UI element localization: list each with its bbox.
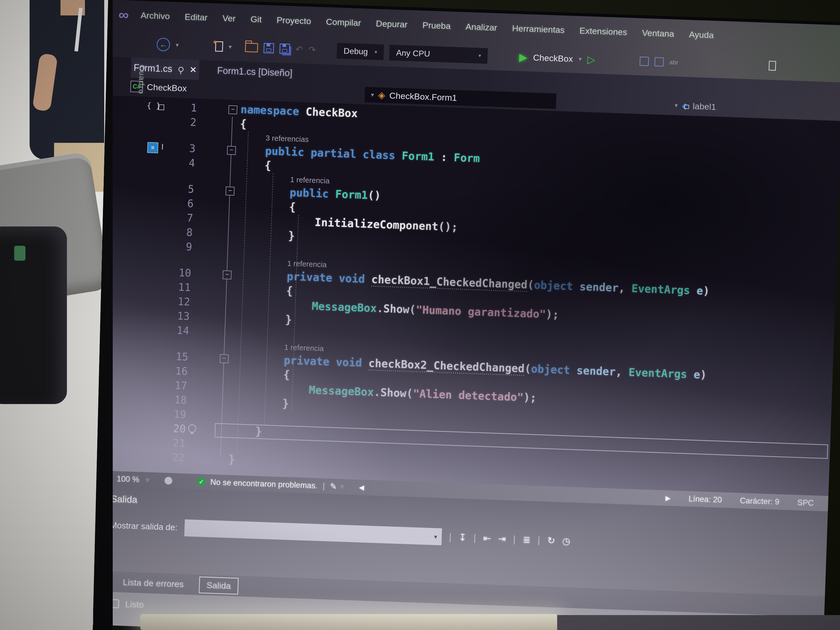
lightbulb-icon[interactable] (188, 424, 196, 433)
new-file-icon[interactable]: ✦ (215, 41, 223, 52)
member-caret-icon: ▾ (674, 102, 678, 109)
line-number: 9 (162, 240, 192, 253)
fold-collapse-icon[interactable]: − (223, 270, 232, 279)
start-without-debug-icon[interactable]: ▷ (587, 54, 595, 66)
status-message: Listo (125, 599, 144, 609)
fold-collapse-icon[interactable]: − (226, 186, 234, 196)
platform-caret-icon: ▾ (478, 52, 481, 59)
menu-item-herramientas[interactable]: Herramientas (512, 23, 565, 35)
run-target-label[interactable]: CheckBox (533, 52, 573, 64)
menu-item-prueba[interactable]: Prueba (422, 20, 451, 31)
editor-tab[interactable]: Form1.cs [Diseño] (215, 60, 295, 84)
line-number: 4 (165, 156, 195, 169)
output-source-dropdown[interactable]: ▾ (184, 519, 442, 545)
save-all-icon[interactable] (279, 44, 290, 54)
backpack-patch (14, 246, 25, 261)
menu-item-editar[interactable]: Editar (185, 11, 208, 22)
close-icon[interactable]: ✕ (189, 65, 197, 75)
panel-tab-lista-de-errores[interactable]: Lista de errores (116, 574, 191, 592)
menu-item-ayuda[interactable]: Ayuda (689, 29, 714, 40)
platform-dropdown[interactable]: Any CPU ▾ (389, 44, 488, 63)
clock-icon[interactable]: ◷ (562, 535, 570, 546)
class-caret-icon: ▾ (371, 91, 374, 98)
panel-tab-salida[interactable]: Salida (199, 576, 239, 594)
divider: | (449, 532, 452, 543)
fold-collapse-icon[interactable]: − (220, 354, 229, 363)
codelens-references[interactable]: 1 referencia (287, 259, 327, 269)
redo-icon[interactable]: ↷ (308, 44, 316, 55)
menu-item-git[interactable]: Git (250, 14, 262, 24)
zoom-caret-icon[interactable]: ▾ (146, 476, 149, 483)
line-number: 6 (164, 197, 194, 210)
line-number: 11 (161, 281, 191, 294)
save-icon[interactable] (264, 43, 274, 54)
word-wrap-icon[interactable]: ≣ (523, 534, 531, 545)
code-text: { (265, 159, 272, 172)
line-number: 17 (158, 379, 188, 392)
member-dropdown[interactable]: ▾ ◆ label1 (674, 98, 717, 115)
code-text: { (289, 201, 296, 213)
member-name: label1 (693, 101, 716, 112)
collapse-left-icon[interactable]: ◀ (359, 483, 364, 491)
menu-item-analizar[interactable]: Analizar (465, 21, 497, 32)
toolbar-extra-icon-2[interactable] (654, 57, 664, 67)
line-number: 20 (156, 422, 186, 435)
indent-icon[interactable]: ⇥ (498, 534, 506, 545)
fold-collapse-icon[interactable]: − (227, 146, 236, 155)
lock-icon (684, 105, 689, 109)
toolbar-extra-icon-1[interactable] (639, 57, 649, 66)
run-target-caret-icon[interactable]: ▾ (578, 55, 582, 63)
show-output-label: Mostrar salida de: (110, 520, 178, 532)
code-editor[interactable]: 1{ }−namespace CheckBox2{3 referencias3≡… (95, 95, 840, 496)
open-folder-icon[interactable] (245, 43, 258, 52)
clear-output-icon[interactable]: ↻ (547, 535, 555, 546)
codelens-references[interactable]: 1 referencia (284, 343, 324, 353)
line-number: 22 (155, 451, 185, 464)
goto-end-icon[interactable]: ↧ (458, 532, 467, 543)
member-icon: ◆ (682, 100, 689, 111)
visual-studio-logo-icon: ∞ (118, 6, 129, 23)
line-number: 3 (166, 142, 196, 155)
laptop-screen: ∞ ArchivoEditarVerGitProyectoCompilarDep… (90, 0, 840, 630)
line-number: 12 (160, 295, 190, 308)
menu-item-depurar[interactable]: Depurar (376, 18, 407, 29)
menu-item-proyecto[interactable]: Proyecto (276, 15, 311, 26)
new-sparkle-icon: ✦ (212, 38, 218, 47)
menu-item-compilar[interactable]: Compilar (326, 17, 361, 28)
divider: | (513, 534, 516, 545)
new-file-caret-icon[interactable]: ▾ (229, 43, 232, 51)
back-dropdown-caret-icon[interactable]: ▾ (175, 41, 179, 49)
pin-icon[interactable] (178, 67, 184, 72)
backpack (0, 226, 67, 404)
fold-collapse-icon[interactable]: − (228, 105, 237, 114)
codelens-references[interactable]: 1 referencia (290, 175, 330, 185)
pen-caret-icon[interactable]: ▾ (340, 483, 344, 490)
line-number: 2 (166, 115, 197, 128)
expand-right-icon[interactable]: ▶ (665, 494, 671, 502)
char-indicator: Carácter: 9 (740, 496, 780, 507)
code-text: { (283, 368, 290, 381)
divider: | (473, 532, 476, 543)
menu-item-ver[interactable]: Ver (223, 13, 236, 24)
menu-item-extensiones[interactable]: Extensiones (579, 25, 627, 37)
line-number: 5 (164, 182, 194, 195)
menu-item-ventana[interactable]: Ventana (642, 28, 674, 39)
tab-label: Form1.cs [Diseño] (217, 65, 292, 79)
code-text: { (286, 284, 293, 297)
outdent-icon[interactable]: ⇤ (483, 533, 491, 544)
no-problems-check-icon: ✓ (197, 477, 206, 486)
bookmark-icon[interactable] (769, 61, 776, 71)
line-number: 21 (155, 436, 186, 449)
zoom-level[interactable]: 100 % (117, 474, 139, 484)
suggestions-pen-icon[interactable]: ✎ (330, 482, 337, 491)
line-number: 8 (163, 226, 193, 238)
code-text: } (282, 397, 289, 410)
codelens-references[interactable]: 3 referencias (265, 134, 309, 144)
project-name: CheckBox (147, 82, 187, 93)
navigate-back-icon[interactable]: ← (156, 38, 171, 52)
start-debug-icon[interactable]: ▶ (519, 51, 527, 63)
menu-item-archivo[interactable]: Archivo (141, 10, 170, 21)
configuration-dropdown[interactable]: Debug ▾ (336, 43, 384, 60)
undo-icon[interactable]: ↶ (295, 44, 303, 55)
output-panel-title: Salida (111, 494, 137, 505)
